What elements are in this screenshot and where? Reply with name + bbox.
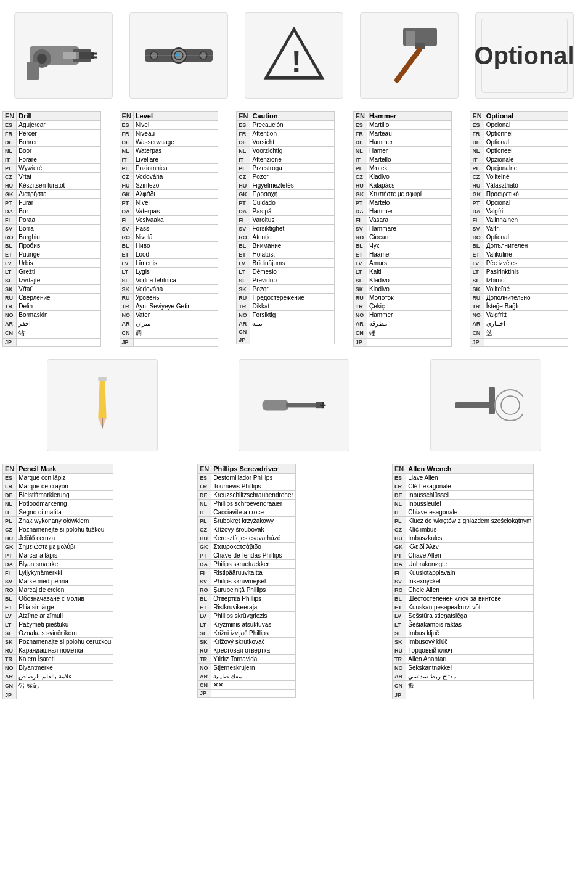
- table-row: ARمفتاح ربط سداسي: [393, 672, 534, 681]
- table-row: NLBoor: [3, 147, 101, 155]
- lang-value: Poraa: [17, 216, 101, 225]
- table-row: LVPēc izvēles: [470, 259, 568, 268]
- lang-code: FI: [120, 216, 133, 225]
- table-wrapper: ENDrillESAgujerearFRPercerDEBohrenNLBoor…: [2, 111, 118, 347]
- lang-code: CZ: [353, 173, 367, 181]
- lang-code: DE: [120, 138, 133, 147]
- lang-code: ET: [353, 250, 367, 259]
- table-row: ROȘurubelniță Phillips: [198, 586, 296, 595]
- lang-code: IT: [353, 155, 367, 164]
- language-table: ENAllen WrenchESLlave AllenFRClé hexagon…: [392, 464, 534, 699]
- lang-code: DE: [470, 138, 484, 147]
- lang-code: NO: [120, 311, 133, 319]
- table-row: ENPencil Mark: [3, 464, 113, 474]
- lang-value: Oznaka s svinčnikom: [17, 629, 113, 638]
- table-row: LVAtzīme ar zīmuli: [3, 612, 113, 620]
- lang-code: RO: [198, 586, 211, 595]
- table-row: CZPozor: [237, 173, 335, 181]
- lang-code: DE: [3, 138, 17, 147]
- lang-code: RU: [393, 646, 406, 655]
- lang-value: İsteğe Bağlı: [484, 302, 568, 311]
- hammer-icon: [372, 25, 446, 86]
- lang-code: RO: [353, 233, 367, 242]
- table-row: RUМолоток: [353, 294, 451, 302]
- lang-value: Cuidado: [250, 199, 335, 207]
- lang-value: Nivel: [133, 121, 218, 130]
- lang-value: Križni izvijač Phillips: [211, 629, 296, 638]
- lang-code: TR: [3, 302, 17, 311]
- table-row: ARمفك صليبية: [198, 672, 296, 681]
- table-row: CN钻: [3, 328, 101, 339]
- table-wrapper: ENOptionalESOpcionalFROptionnelDEOptiona…: [470, 111, 586, 347]
- table-row: JP: [470, 339, 568, 347]
- table-row: PLPrzestroga: [237, 164, 335, 173]
- lang-code: RU: [470, 294, 484, 302]
- lang-code: ET: [470, 250, 484, 259]
- lang-value: Imbuszkulcs: [406, 534, 534, 543]
- lang-code: LV: [353, 259, 367, 268]
- lang-code: NL: [120, 147, 133, 155]
- table-row: HUKeresztfejes csavarhúzó: [198, 534, 296, 543]
- lang-code: BL: [237, 242, 250, 250]
- lang-value: مفتاح ربط سداسي: [406, 672, 534, 681]
- lang-code: SV: [198, 577, 211, 586]
- table-row: GKΣταυροκατσάβιδο: [198, 543, 296, 551]
- lang-value: Démesio: [250, 268, 335, 276]
- table-row: SKVoliteľné: [470, 285, 568, 294]
- table-row: FRClé hexagonale: [393, 482, 534, 491]
- lang-value: Atzīme ar zīmuli: [17, 612, 113, 620]
- lang-value: Āmurs: [367, 259, 452, 268]
- table-row: ROOptional: [470, 233, 568, 242]
- table-row: ARعلامة بالقلم الرصاص: [3, 672, 113, 681]
- lang-code: CZ: [3, 525, 17, 534]
- lang-code: RO: [470, 233, 484, 242]
- table-row: NOValgfritt: [470, 311, 568, 319]
- lang-code: BL: [198, 595, 211, 603]
- svg-rect-25: [98, 377, 106, 381]
- lang-code: LV: [198, 612, 211, 620]
- lang-code: DE: [198, 491, 211, 500]
- lang-value: Készítsen furatot: [17, 181, 101, 190]
- lang-value: 锤: [367, 328, 452, 339]
- lang-code: FI: [353, 216, 367, 225]
- lang-value: Dikkat: [250, 302, 335, 311]
- table-row: FROptionnel: [470, 130, 568, 138]
- table-row: CZKřížový šroubovák: [198, 525, 296, 534]
- drill-image: [14, 12, 113, 99]
- lang-value: Przestroga: [250, 164, 335, 173]
- table-row: FIVasara: [353, 216, 451, 225]
- table-row: TRDikkat: [237, 302, 335, 311]
- lang-code: PL: [120, 164, 133, 173]
- lang-value: Szintező: [133, 181, 218, 190]
- table-row: LVBrīdinājums: [237, 259, 335, 268]
- table-row: ETRistkruvikeeraja: [198, 603, 296, 612]
- table-row: SLIzbirno: [470, 276, 568, 285]
- table-row: GKΔιατρήστε: [3, 190, 101, 199]
- table-row: GKΠροαιρετικό: [470, 190, 568, 199]
- lang-value: Agujerear: [17, 121, 101, 130]
- lang-value: Znak wykonany ołówkiem: [17, 517, 113, 525]
- lang-code: RO: [237, 233, 250, 242]
- lang-value: Lygis: [133, 268, 218, 276]
- table-row: NLHamer: [353, 147, 451, 155]
- lang-code: RU: [198, 646, 211, 655]
- lang-code: BL: [470, 242, 484, 250]
- language-table: ENPhillips ScrewdriverESDestornillador P…: [197, 464, 296, 698]
- table-row: CZVodováha: [120, 173, 218, 181]
- table-row: PTCuidado: [237, 199, 335, 207]
- lang-code: SL: [470, 276, 484, 285]
- table-row: PLMłotek: [353, 164, 451, 173]
- lang-value: ميزان: [133, 319, 218, 328]
- lang-value: Atenție: [250, 233, 335, 242]
- lang-value: [484, 339, 568, 347]
- table-row: DEHammer: [353, 138, 451, 147]
- lang-value: Bohren: [17, 138, 101, 147]
- lang-code: LT: [198, 620, 211, 629]
- language-table: ENCautionESPrecauciónFRAttentionDEVorsic…: [236, 111, 335, 344]
- lang-code: HU: [393, 534, 406, 543]
- table-row: ESOpcional: [470, 121, 568, 130]
- lang-value: Kreuzschlitzschraubendreher: [211, 491, 296, 500]
- level-icon: [142, 25, 216, 86]
- table-row: PLKlucz do wkrętów z gniazdem sześciokąt…: [393, 517, 534, 525]
- lang-value: Çekiç: [367, 302, 452, 311]
